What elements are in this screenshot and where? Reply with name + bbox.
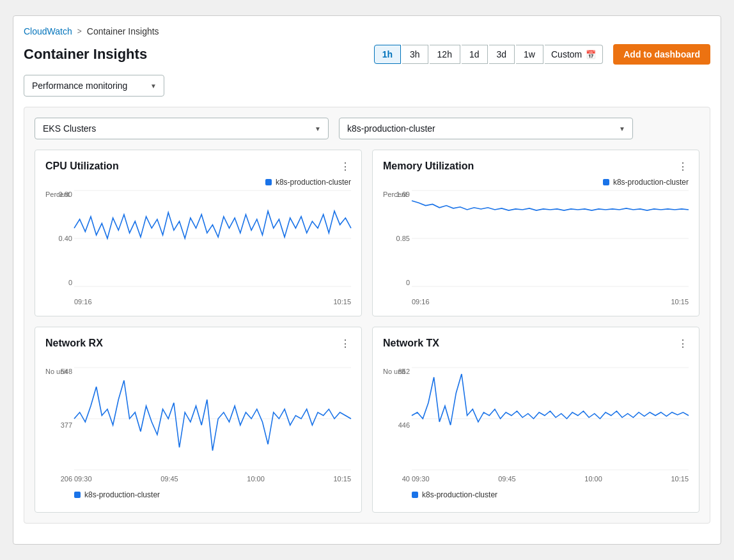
network-tx-chart-title: Network TX [383, 338, 439, 349]
cpu-x-labels: 09:16 10:15 [74, 298, 351, 306]
memory-legend-dot [603, 179, 609, 185]
network-rx-legend-dot [74, 492, 81, 498]
cpu-y-tick-low: 0 [68, 279, 72, 286]
time-btn-12h[interactable]: 12h [430, 45, 460, 64]
breadcrumb-current: Container Insights [87, 26, 159, 36]
network-tx-x-2: 09:45 [498, 475, 516, 483]
network-rx-chart-title: Network RX [45, 338, 103, 349]
cpu-chart-title: CPU Utilization [45, 160, 119, 172]
memory-y-tick-low: 0 [406, 279, 410, 286]
time-btn-1d[interactable]: 1d [462, 45, 488, 64]
cpu-chart-legend: k8s-production-cluster [265, 178, 351, 187]
network-rx-x-1: 09:30 [74, 475, 92, 483]
cluster-name-dropdown[interactable]: k8s-production-cluster [339, 118, 633, 139]
cpu-x-end: 10:15 [333, 298, 351, 306]
breadcrumb-cloudwatch-link[interactable]: CloudWatch [24, 26, 72, 36]
network-rx-y-ticks: 548 377 206 [45, 368, 72, 483]
memory-chart-svg [412, 191, 689, 286]
cpu-chart-svg [74, 191, 351, 286]
memory-chart-title: Memory Utilization [383, 160, 474, 172]
memory-chart-legend: k8s-production-cluster [603, 178, 689, 187]
memory-y-ticks: 1.69 0.85 0 [383, 191, 410, 286]
add-to-dashboard-button[interactable]: Add to dashboard [613, 44, 710, 65]
network-tx-chart-header: Network TX ⋮ [383, 338, 689, 350]
network-rx-chart-header: Network RX ⋮ [45, 338, 351, 350]
time-controls: 1h 3h 12h 1d 3d 1w Custom 📅 [374, 45, 604, 64]
network-rx-x-2: 09:45 [160, 475, 178, 483]
time-btn-3d[interactable]: 3d [489, 45, 515, 64]
network-rx-chart-card: Network RX ⋮ No unit 548 377 206 [35, 327, 362, 513]
charts-grid: CPU Utilization ⋮ k8s-production-cluster… [35, 150, 699, 513]
time-btn-1w[interactable]: 1w [516, 45, 543, 64]
memory-chart-header: Memory Utilization ⋮ [383, 160, 689, 173]
breadcrumb: CloudWatch > Container Insights [24, 26, 710, 36]
memory-x-end: 10:15 [671, 298, 689, 306]
network-tx-legend-dot [412, 492, 418, 498]
cpu-chart-card: CPU Utilization ⋮ k8s-production-cluster… [35, 150, 362, 316]
network-tx-chart-card: Network TX ⋮ No unit 852 446 40 [372, 327, 699, 513]
network-tx-y-tick-low: 40 [402, 475, 410, 483]
network-tx-chart-area: No unit 852 446 40 [383, 355, 689, 502]
time-btn-1h[interactable]: 1h [374, 45, 401, 64]
memory-chart-menu-icon[interactable]: ⋮ [678, 160, 689, 173]
network-tx-y-ticks: 852 446 40 [383, 368, 410, 483]
network-rx-chart-area: No unit 548 377 206 [45, 355, 351, 502]
main-container: CloudWatch > Container Insights Containe… [13, 15, 721, 545]
cluster-name-dropdown-wrapper: k8s-production-cluster [339, 118, 633, 139]
cluster-type-dropdown-wrapper: EKS Clusters ECS Clusters [35, 118, 329, 139]
network-tx-y-tick-high: 852 [398, 368, 410, 375]
cpu-y-ticks: 0.80 0.40 0 [45, 191, 72, 286]
network-rx-chart-menu-icon[interactable]: ⋮ [340, 338, 351, 350]
memory-x-start: 09:16 [412, 298, 430, 306]
network-rx-y-tick-low: 206 [61, 475, 72, 483]
network-tx-legend-label: k8s-production-cluster [422, 490, 497, 499]
network-rx-chart-svg [74, 368, 351, 470]
filters-section: EKS Clusters ECS Clusters k8s-production… [24, 107, 710, 524]
page-title: Container Insights [24, 46, 147, 63]
memory-y-tick-mid: 0.85 [396, 235, 410, 242]
cluster-type-dropdown[interactable]: EKS Clusters ECS Clusters [35, 118, 329, 139]
cpu-x-start: 09:16 [74, 298, 92, 306]
memory-y-tick-high: 1.69 [396, 191, 410, 198]
cpu-legend-dot [265, 179, 272, 185]
breadcrumb-separator: > [77, 27, 82, 36]
network-tx-x-4: 10:15 [671, 475, 689, 483]
network-tx-x-3: 10:00 [584, 475, 602, 483]
calendar-icon: 📅 [586, 50, 596, 59]
memory-chart-area: k8s-production-cluster Percent 1.69 0.85… [383, 178, 689, 306]
cpu-y-tick-high: 0.80 [59, 191, 72, 198]
network-tx-bottom-legend: k8s-production-cluster [412, 490, 497, 499]
memory-legend-label: k8s-production-cluster [613, 178, 689, 187]
network-rx-x-labels: 09:30 09:45 10:00 10:15 [74, 475, 351, 483]
cpu-y-tick-mid: 0.40 [59, 235, 72, 242]
network-tx-chart-svg [412, 368, 689, 470]
filters-row: EKS Clusters ECS Clusters k8s-production… [35, 118, 699, 139]
header-row: Container Insights 1h 3h 12h 1d 3d 1w Cu… [24, 44, 710, 65]
performance-dropdown-wrapper: Performance monitoring ECS Clusters EKS … [24, 75, 164, 97]
memory-x-labels: 09:16 10:15 [412, 298, 689, 306]
network-tx-x-1: 09:30 [412, 475, 430, 483]
network-tx-chart-menu-icon[interactable]: ⋮ [678, 338, 689, 350]
cpu-chart-area: k8s-production-cluster Percent 0.80 0.40… [45, 178, 351, 306]
cpu-chart-header: CPU Utilization ⋮ [45, 160, 351, 173]
memory-chart-card: Memory Utilization ⋮ k8s-production-clus… [372, 150, 699, 316]
cpu-legend-label: k8s-production-cluster [276, 178, 351, 187]
network-rx-y-tick-high: 548 [61, 368, 72, 375]
network-rx-legend-label: k8s-production-cluster [84, 490, 160, 499]
cpu-chart-menu-icon[interactable]: ⋮ [340, 160, 351, 173]
custom-label: Custom [551, 49, 582, 59]
network-rx-y-tick-mid: 377 [61, 421, 72, 429]
network-tx-y-tick-mid: 446 [398, 421, 410, 429]
network-rx-x-4: 10:15 [333, 475, 351, 483]
time-btn-custom[interactable]: Custom 📅 [545, 45, 603, 64]
performance-dropdown-row: Performance monitoring ECS Clusters EKS … [24, 75, 710, 97]
network-rx-x-3: 10:00 [247, 475, 265, 483]
performance-dropdown[interactable]: Performance monitoring ECS Clusters EKS … [24, 75, 164, 97]
network-rx-bottom-legend: k8s-production-cluster [74, 490, 160, 499]
time-btn-3h[interactable]: 3h [402, 45, 428, 64]
network-tx-x-labels: 09:30 09:45 10:00 10:15 [412, 475, 689, 483]
